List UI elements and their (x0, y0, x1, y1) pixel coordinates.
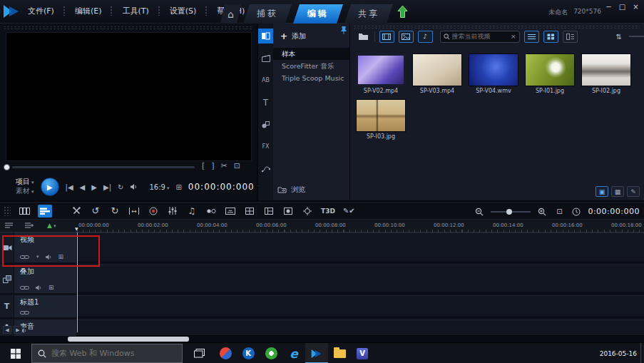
maximize-button[interactable]: □ (617, 2, 628, 11)
prev-frame-button[interactable]: ◀ (80, 183, 86, 191)
mark-out-button[interactable]: ] (211, 161, 214, 170)
media-thumbnail[interactable]: SP-V03.mp4 (412, 53, 463, 94)
taskbar-app-videostudio[interactable] (305, 343, 328, 363)
library-category-triplescoop[interactable]: Triple Scoop Music (273, 72, 349, 84)
overlay-track-content[interactable] (76, 265, 644, 293)
timeline-view-button[interactable] (38, 205, 52, 218)
go-end-button[interactable]: ▶| (103, 183, 111, 191)
filter-audio-button[interactable]: ♪ (418, 31, 433, 43)
add-folder-button[interactable]: + 添加 (280, 31, 306, 41)
timeline-hscrollbar-thumb[interactable] (68, 337, 189, 342)
mute-button[interactable] (35, 285, 43, 291)
tools-button[interactable] (71, 205, 82, 218)
footer-edit-button[interactable]: ✎ (627, 186, 640, 197)
minimize-button[interactable]: − (603, 2, 614, 11)
volume-button[interactable] (130, 183, 138, 190)
title-track-content[interactable] (76, 295, 644, 317)
footer-grid-button[interactable]: ▦ (611, 186, 624, 197)
footer-media-button[interactable]: ▣ (596, 186, 608, 197)
sort-button[interactable]: ⇅ (616, 33, 622, 41)
library-category-scorefitter[interactable]: ScoreFitter 音乐 (273, 60, 349, 72)
split-screen-button[interactable] (263, 205, 275, 218)
fit-timeline-button[interactable]: ⊡ (553, 205, 565, 218)
sound-mixer-button[interactable] (167, 205, 178, 218)
timeline-zoom-slider[interactable] (491, 211, 531, 213)
grid-snap-button[interactable]: ⊞ (48, 284, 54, 291)
taskbar-app-explorer[interactable] (328, 343, 351, 363)
transitions-icon[interactable]: AB (258, 73, 273, 88)
graphics-icon[interactable] (258, 117, 273, 132)
scrubber-track[interactable] (12, 166, 195, 168)
zoom-in-button[interactable] (536, 205, 548, 218)
media-thumbnail[interactable]: SP-I02.jpg (581, 53, 632, 94)
title-track-type-button[interactable]: T (0, 295, 14, 317)
aspect-ratio-select[interactable]: 16:9▾ (149, 183, 169, 191)
repeat-button[interactable]: ↻ (118, 183, 123, 191)
gallery-search-input[interactable] (452, 33, 508, 40)
link-button[interactable] (20, 285, 29, 290)
track-options-button[interactable] (24, 222, 34, 229)
menu-tools[interactable]: 工具(T) (117, 4, 153, 18)
timeline-hscrollbar-track[interactable] (0, 336, 644, 342)
painting-creator-button[interactable] (205, 205, 217, 218)
multicam-editor-button[interactable] (244, 205, 255, 218)
clear-search-icon[interactable]: × (511, 33, 516, 40)
split-clip-button[interactable]: ✂ (221, 161, 228, 170)
taskbar-app-colorful[interactable] (214, 343, 237, 363)
media-library-icon[interactable] (258, 29, 273, 44)
filter-video-button[interactable] (379, 31, 394, 43)
storyboard-view-button[interactable] (19, 205, 30, 218)
media-thumbnail[interactable]: SP-V04.wmv (468, 53, 519, 94)
scroll-right-button[interactable]: ▶ (14, 326, 22, 334)
thumbnail-size-slider[interactable] (629, 36, 644, 37)
redo-button[interactable]: ↻ (109, 205, 121, 218)
scroll-left-button[interactable]: ◀ (3, 326, 11, 334)
chapter-cue-button[interactable]: ▲▾ (47, 222, 56, 229)
track-manager-button[interactable] (4, 222, 14, 229)
project-mode-button[interactable]: 项目▾ (16, 178, 34, 187)
ruler-scale[interactable]: 00:00:00:00 00:00:02:00 00:00:04:00 00:0… (77, 220, 644, 232)
task-view-button[interactable] (187, 343, 211, 363)
motion-path-icon[interactable] (258, 161, 273, 176)
filter-photo-button[interactable] (399, 31, 414, 43)
tab-capture[interactable]: 捕获 (243, 4, 292, 24)
media-thumbnail[interactable]: SP-V02.mp4 (355, 53, 407, 94)
upload-arrow-icon[interactable] (397, 5, 408, 19)
show-desktop-button[interactable] (640, 343, 644, 363)
play-button[interactable]: ▶ (41, 178, 59, 196)
media-thumbnail[interactable]: SP-I03.jpg (355, 99, 407, 140)
tab-edit[interactable]: 编辑 (293, 4, 343, 24)
title-track-header[interactable]: 标题1 (14, 295, 76, 317)
playhead-marker-icon[interactable]: ▼ (75, 226, 78, 231)
overlay-track-type-button[interactable] (0, 265, 14, 293)
pen-check-button[interactable]: ✎✔ (343, 205, 355, 218)
motion-tracking-button[interactable] (302, 205, 313, 218)
view-thumbnail-button[interactable] (543, 31, 558, 43)
taskbar-app-v[interactable]: V (351, 343, 374, 363)
record-capture-button[interactable] (148, 205, 159, 218)
zoom-out-button[interactable] (474, 205, 485, 218)
scrubber-handle[interactable] (4, 164, 10, 170)
overlay-track-header[interactable]: 叠加 ⊞ (14, 265, 76, 293)
tab-share[interactable]: 共享 (344, 4, 393, 24)
enlarge-preview-button[interactable]: ⊡ (234, 161, 240, 170)
fit-project-button[interactable]: ↔ (128, 205, 140, 218)
start-button[interactable] (0, 343, 31, 363)
view-list-button[interactable] (524, 31, 539, 43)
menu-settings[interactable]: 设置(S) (165, 4, 202, 18)
voice-track-content[interactable] (76, 319, 644, 336)
media-thumbnail[interactable]: SP-I01.jpg (524, 53, 576, 94)
taskbar-search-input[interactable] (51, 349, 176, 358)
filter-icon[interactable]: FX (258, 139, 273, 154)
next-frame-button[interactable]: ▶ (91, 183, 97, 191)
subtitle-editor-button[interactable] (225, 205, 236, 218)
menu-file[interactable]: 文件(F) (23, 4, 59, 18)
clip-mode-button[interactable]: 素材▾ (16, 187, 34, 196)
slider-knob[interactable] (506, 209, 512, 215)
undo-button[interactable]: ↺ (90, 205, 101, 218)
go-start-button[interactable]: |◀ (66, 183, 73, 191)
taskbar-app-k[interactable]: K (237, 343, 260, 363)
title-icon[interactable]: T (258, 95, 273, 110)
taskbar-date[interactable]: 2016-05-16 (600, 350, 637, 357)
instant-project-icon[interactable] (258, 51, 273, 66)
